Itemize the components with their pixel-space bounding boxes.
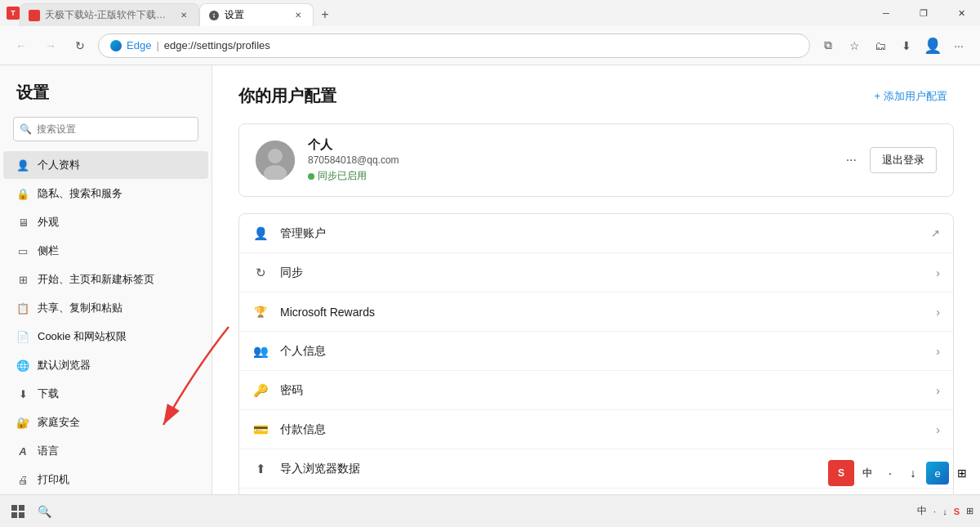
settings-manage-account[interactable]: 👤 管理账户 ↗: [239, 214, 953, 253]
add-profile-label: 添加用户配置: [884, 89, 947, 104]
print-icon: 🖨: [16, 473, 29, 486]
floating-edge-icon[interactable]: e: [926, 462, 949, 485]
settings-password[interactable]: 🔑 密码 ›: [239, 371, 953, 410]
sidebar-item-profile[interactable]: 👤 个人资料: [3, 151, 208, 179]
add-profile-button[interactable]: + 添加用户配置: [867, 86, 954, 107]
svg-rect-9: [19, 512, 24, 518]
content: 你的用户配置 + 添加用户配置 个人 870584018@qq.com: [212, 65, 980, 527]
sidebar-item-share[interactable]: 📋 共享、复制和粘贴: [3, 294, 208, 322]
taskbar-download2: ↓: [942, 507, 947, 516]
profile-more-button[interactable]: ···: [843, 150, 860, 171]
password-icon: 🔑: [252, 382, 269, 399]
logout-button[interactable]: 退出登录: [870, 147, 937, 173]
minimize-button[interactable]: ─: [867, 0, 905, 26]
rewards-label: Microsoft Rewards: [280, 306, 924, 319]
settings-personal-info[interactable]: 👥 个人信息 ›: [239, 332, 953, 371]
svg-rect-6: [11, 505, 17, 511]
search-input[interactable]: [13, 117, 198, 141]
profile-info: 个人 870584018@qq.com 同步已启用: [308, 137, 830, 183]
taskbar-start[interactable]: [7, 500, 29, 523]
sidebar-item-download[interactable]: ⬇ 下载: [3, 380, 208, 408]
sidebar-item-language[interactable]: A 语言: [3, 437, 208, 465]
forward-button[interactable]: →: [39, 34, 62, 57]
password-arrow-icon: ›: [936, 384, 940, 397]
taskbar-windows: ⊞: [966, 506, 973, 516]
manage-account-label: 管理账户: [280, 226, 920, 241]
manage-account-icon: 👤: [252, 226, 269, 242]
external-link-icon: ↗: [931, 227, 940, 239]
floating-icon-4: ↓: [903, 463, 923, 483]
password-label: 密码: [280, 383, 924, 398]
payment-label: 付款信息: [280, 422, 924, 437]
back-button[interactable]: ←: [10, 34, 33, 57]
profile-icon: 👤: [16, 159, 29, 172]
close-button[interactable]: ✕: [942, 0, 980, 26]
address-input[interactable]: Edge | edge://settings/profiles: [98, 33, 810, 58]
tab1-close[interactable]: ✕: [177, 9, 190, 22]
settings-sync[interactable]: ↻ 同步 ›: [239, 253, 953, 293]
refresh-button[interactable]: ↻: [69, 34, 91, 57]
floating-icon-1[interactable]: S: [828, 460, 854, 486]
profile-actions: ··· 退出登录: [843, 147, 937, 173]
download-label: 下载: [38, 386, 59, 401]
svg-point-0: [209, 11, 219, 20]
svg-rect-8: [11, 512, 17, 518]
sidebar-item-appearance[interactable]: 🖥 外观: [3, 208, 208, 236]
search-icon: 🔍: [20, 123, 32, 135]
settings-payment[interactable]: 💳 付款信息 ›: [239, 410, 953, 449]
sidebar-item-browser[interactable]: 🌐 默认浏览器: [3, 351, 208, 379]
sidebar-item-print[interactable]: 🖨 打印机: [3, 466, 208, 494]
rewards-arrow-icon: ›: [936, 306, 940, 319]
app-logo: T: [7, 7, 20, 20]
tab1-favicon: [29, 10, 40, 21]
sidebar-item-family[interactable]: 🔐 家庭安全: [3, 409, 208, 436]
profile-sync-status: 同步已启用: [308, 169, 830, 183]
floating-icon-5: ⊞: [952, 463, 972, 483]
svg-point-3: [268, 149, 283, 163]
tab-2[interactable]: 设置 ✕: [199, 3, 314, 26]
sidebar-title: 设置: [0, 82, 212, 117]
settings-rewards[interactable]: 🏆 Microsoft Rewards ›: [239, 293, 953, 332]
sidebar-item-cookies[interactable]: 📄 Cookie 和网站权限: [3, 323, 208, 351]
share-label: 共享、复制和粘贴: [38, 301, 122, 315]
rewards-icon: 🏆: [252, 304, 269, 320]
address-edge-text: Edge: [127, 39, 151, 51]
start-icon: ⊞: [16, 273, 29, 286]
restore-button[interactable]: ❐: [905, 0, 942, 26]
privacy-icon: 🔒: [16, 187, 29, 200]
profile-btn[interactable]: 👤: [921, 34, 944, 57]
sync-arrow-icon: ›: [936, 266, 940, 279]
add-tab-button[interactable]: +: [314, 3, 336, 26]
sidebar-item-privacy[interactable]: 🔒 隐私、搜索和服务: [3, 180, 208, 208]
tab2-close[interactable]: ✕: [292, 9, 305, 22]
browser-label: 默认浏览器: [38, 358, 91, 373]
profile-email: 870584018@qq.com: [308, 154, 830, 166]
svg-rect-7: [19, 505, 24, 511]
taskbar: 🔍 中 · ↓ S ⊞: [0, 494, 980, 527]
floating-icons: S 中 · ↓ e ⊞: [828, 460, 972, 486]
page-title: 你的用户配置: [238, 85, 336, 107]
sync-icon: ↻: [252, 265, 269, 281]
profile-card: 个人 870584018@qq.com 同步已启用 ··· 退出登录: [238, 123, 954, 197]
sidebar-item-start[interactable]: ⊞ 开始、主页和新建标签页: [3, 266, 208, 293]
collections-btn[interactable]: 🗂: [869, 34, 892, 57]
title-bar-left: T: [7, 7, 20, 20]
content-header: 你的用户配置 + 添加用户配置: [238, 85, 954, 107]
start-label: 开始、主页和新建标签页: [38, 272, 154, 287]
tab-1[interactable]: 天极下载站-正版软件下载平台-... ✕: [20, 3, 199, 26]
taskbar-search[interactable]: 🔍: [33, 500, 56, 523]
toolbar-right: ⧉ ☆ 🗂 ⬇ 👤 ···: [817, 34, 970, 57]
split-view-btn[interactable]: ⧉: [817, 34, 840, 57]
sidebar-item-sidebar[interactable]: ▭ 侧栏: [3, 237, 208, 265]
payment-arrow-icon: ›: [936, 423, 940, 436]
import-icon: ⬆: [252, 461, 269, 477]
language-icon: A: [16, 444, 29, 458]
floating-icon-2: 中: [858, 463, 877, 483]
favorites-btn[interactable]: ☆: [843, 34, 866, 57]
downloads-btn[interactable]: ⬇: [895, 34, 918, 57]
svg-point-1: [213, 16, 215, 17]
tab2-title: 设置: [225, 8, 287, 22]
personal-info-label: 个人信息: [280, 344, 924, 359]
cookies-label: Cookie 和网站权限: [38, 329, 127, 344]
more-btn[interactable]: ···: [947, 34, 970, 57]
